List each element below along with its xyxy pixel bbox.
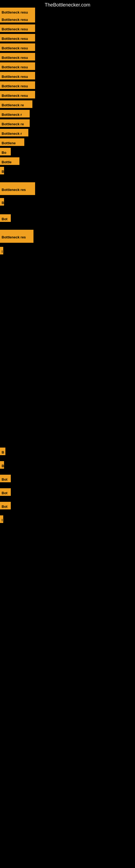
bottleneck-result-item: Bot [0, 214, 11, 222]
bottleneck-result-item: Bottleneck res [0, 230, 34, 243]
bottleneck-result-item: B [0, 167, 4, 175]
bottleneck-result-item: Bottleneck resu [0, 34, 35, 41]
bottleneck-result-item: Bottleneck resu [0, 82, 35, 89]
bottleneck-result-item: Bottleneck resu [0, 53, 35, 61]
bottleneck-result-item: Bottleneck re [0, 100, 32, 108]
bottleneck-result-item: Bottleneck resu [0, 43, 35, 51]
bottleneck-result-item: Bot [0, 488, 11, 496]
bottleneck-result-item: Bottleneck r [0, 129, 28, 136]
bottleneck-result-item: B [0, 447, 5, 455]
bottleneck-result-item: B [0, 198, 4, 206]
bottleneck-result-item: Bo [0, 148, 11, 155]
bottleneck-result-item: B [0, 461, 4, 469]
bottleneck-result-item: Bottleneck resu [0, 15, 35, 23]
bottleneck-result-item: Bottleneck r [0, 110, 30, 118]
bottleneck-result-item: Bot [0, 502, 11, 509]
bottleneck-result-item: l [0, 247, 3, 254]
bottleneck-result-item: Bottle [0, 157, 19, 165]
bottleneck-result-item: Bottleneck resu [0, 72, 35, 80]
bottleneck-result-item: Bot [0, 475, 11, 482]
bottleneck-result-item: l [0, 516, 3, 523]
bottleneck-result-item: Bottleneck res [0, 182, 35, 195]
bottleneck-result-item: Bottleneck resu [0, 91, 35, 98]
bottleneck-result-item: Bottleneck resu [0, 8, 35, 15]
bottleneck-result-item: Bottlene [0, 138, 24, 146]
bottleneck-result-item: Bottleneck re [0, 119, 30, 127]
bottleneck-result-item: Bottleneck resu [0, 24, 35, 32]
bottleneck-result-item: Bottleneck resu [0, 62, 35, 70]
